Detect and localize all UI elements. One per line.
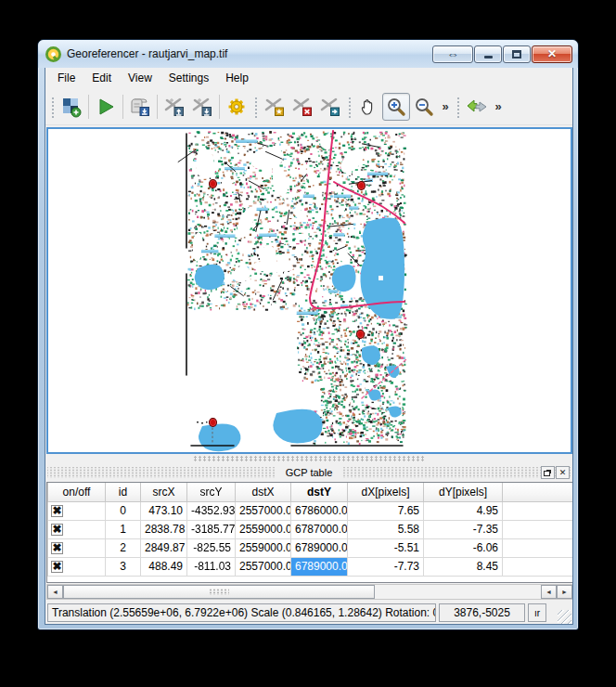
cell-dstx[interactable]: 2557000.00	[236, 501, 291, 520]
cell-dstx[interactable]: 2559000.00	[236, 520, 291, 538]
status-bar: Translation (2.55659e+06, 6.7922e+06) Sc…	[45, 601, 572, 625]
map-canvas[interactable]	[46, 127, 572, 454]
scroll-left-button-2[interactable]: ◄	[541, 585, 557, 599]
cell-extra[interactable]	[503, 538, 573, 557]
col-header-onoff[interactable]: on/off	[48, 483, 106, 501]
col-header-dsty[interactable]: dstY	[291, 483, 348, 501]
cell-dstx[interactable]: 2557000.00	[236, 557, 291, 576]
cell-id[interactable]: 2	[106, 538, 141, 557]
zoom-out-tool-button[interactable]	[410, 93, 438, 121]
cell-srcy[interactable]: -811.03	[187, 557, 236, 576]
resize-icon: ⇔	[447, 47, 459, 61]
qgis-app-icon	[45, 46, 61, 62]
cell-dx[interactable]: 5.58	[348, 520, 424, 538]
cell-srcy[interactable]: -3185.77	[187, 520, 236, 538]
cell-srcx[interactable]: 488.49	[141, 557, 187, 576]
table-row: ✖ 1 2838.78 -3185.77 2559000.00 6787000.…	[48, 520, 573, 538]
table-header-row: on/off id srcX srcY dstX dstY dX[pixels]…	[48, 483, 573, 501]
maximize-icon	[512, 50, 521, 58]
toolbar-grip[interactable]	[456, 96, 460, 118]
menu-edit[interactable]: Edit	[83, 69, 120, 87]
cell-dx[interactable]: -5.51	[348, 538, 424, 557]
gdal-script-button[interactable]	[126, 93, 154, 121]
cell-dy[interactable]: 4.95	[424, 501, 503, 520]
scroll-left-button[interactable]: ◄	[47, 585, 63, 599]
title-bar[interactable]: Georeferencer - rautjarvi_map.tif ⇔ ✕	[38, 40, 578, 68]
gcp-enabled-checkbox[interactable]: ✖	[48, 557, 106, 576]
window-resize-grip[interactable]	[558, 610, 571, 624]
add-point-button[interactable]: ★	[261, 93, 289, 121]
gcp-marker-2[interactable]	[356, 330, 365, 339]
cell-id[interactable]: 0	[106, 501, 141, 520]
cell-srcy[interactable]: -4352.93	[187, 501, 236, 520]
float-icon	[544, 471, 550, 476]
scroll-right-button[interactable]: ►	[557, 585, 572, 599]
toolbar-grip[interactable]	[253, 96, 258, 118]
cell-id[interactable]: 1	[106, 520, 141, 538]
cell-dsty[interactable]: 6789000.00	[291, 538, 348, 557]
dock-splitter-handle[interactable]	[45, 454, 572, 463]
gcp-marker-3[interactable]	[209, 418, 217, 427]
scrollbar-thumb[interactable]	[63, 585, 375, 599]
cell-dy[interactable]: -7.35	[424, 520, 503, 538]
load-gcp-points-button[interactable]	[160, 93, 188, 121]
delete-point-button[interactable]	[289, 93, 316, 121]
cell-extra[interactable]	[503, 557, 573, 576]
cell-dx[interactable]: 7.65	[348, 501, 424, 520]
minimize-button[interactable]	[474, 45, 502, 63]
cell-dsty-selected[interactable]: 6789000.00	[291, 557, 348, 576]
menu-settings[interactable]: Settings	[160, 69, 217, 87]
scrollbar-track[interactable]	[375, 585, 541, 599]
cell-dy[interactable]: 8.45	[424, 557, 503, 576]
toolbar-grip[interactable]	[50, 96, 55, 118]
cell-dsty[interactable]: 6787000.00	[291, 520, 348, 538]
cell-srcx[interactable]: 473.10	[141, 501, 187, 520]
save-gcp-points-button[interactable]	[188, 93, 216, 121]
zoom-in-tool-button[interactable]	[382, 93, 410, 121]
cell-extra[interactable]	[503, 520, 573, 538]
start-georeferencing-button[interactable]	[92, 93, 120, 121]
gcp-marker-1[interactable]	[357, 181, 366, 190]
cell-id[interactable]: 3	[106, 557, 141, 576]
toolbar-overflow-button-2[interactable]: »	[491, 99, 506, 113]
gcp-enabled-checkbox[interactable]: ✖	[48, 520, 106, 538]
col-header-dstx[interactable]: dstX	[236, 483, 291, 501]
cell-extra[interactable]	[503, 501, 573, 520]
transformation-settings-button[interactable]	[223, 93, 250, 121]
cell-srcx[interactable]: 2838.78	[141, 520, 187, 538]
dock-close-button[interactable]: ✕	[556, 466, 570, 479]
gcp-enabled-checkbox[interactable]: ✖	[48, 538, 106, 557]
gcp-table-dock-titlebar[interactable]: GCP table ✕	[45, 463, 572, 482]
zoom-out-icon	[413, 96, 435, 118]
transform-status-field: Translation (2.55659e+06, 6.7922e+06) Sc…	[47, 603, 436, 622]
maximize-button[interactable]	[503, 45, 531, 63]
cell-dsty[interactable]: 6786000.00	[291, 501, 348, 520]
move-point-button[interactable]	[316, 93, 344, 121]
menu-help[interactable]: Help	[217, 69, 257, 87]
resize-window-button[interactable]: ⇔	[432, 45, 473, 63]
menu-file[interactable]: File	[49, 69, 83, 87]
table-row: ✖ 3 488.49 -811.03 2557000.00 6789000.00…	[48, 557, 573, 576]
col-header-srcx[interactable]: srcX	[141, 483, 187, 501]
col-header-id[interactable]: id	[106, 483, 141, 501]
toolbar-overflow-button[interactable]: »	[438, 99, 453, 113]
menu-view[interactable]: View	[120, 69, 160, 87]
cell-dx[interactable]: -7.73	[348, 557, 424, 576]
cell-srcx[interactable]: 2849.87	[141, 538, 187, 557]
col-header-dx[interactable]: dX[pixels]	[348, 483, 424, 501]
pan-tool-button[interactable]	[354, 93, 382, 121]
toolbar-grip[interactable]	[347, 96, 352, 118]
open-raster-button[interactable]	[58, 93, 85, 121]
col-header-srcy[interactable]: srcY	[187, 483, 236, 501]
gcp-marker-0[interactable]	[209, 179, 217, 188]
toolbar-separator	[88, 95, 89, 119]
gcp-enabled-checkbox[interactable]: ✖	[48, 501, 106, 520]
col-header-dy[interactable]: dY[pixels]	[424, 483, 503, 501]
cell-srcy[interactable]: -825.55	[187, 538, 236, 557]
cell-dy[interactable]: -6.06	[424, 538, 503, 557]
cell-dstx[interactable]: 2559000.00	[236, 538, 291, 557]
dock-float-button[interactable]	[541, 466, 555, 479]
close-icon: ✕	[547, 47, 557, 60]
zoom-to-layer-button[interactable]	[463, 93, 491, 121]
close-button[interactable]: ✕	[532, 45, 572, 63]
